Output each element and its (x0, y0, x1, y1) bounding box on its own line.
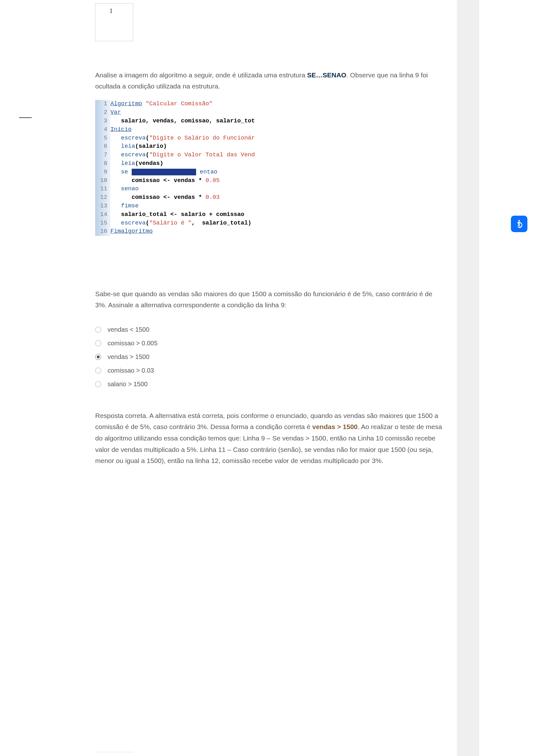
option-label: salario > 1500 (108, 381, 148, 388)
line-number: 8 (95, 159, 110, 168)
code-block: 1Algoritmo "Calcular Comissão"2Var3 sala… (95, 98, 444, 280)
option-0[interactable]: vendas < 1500 (95, 326, 444, 333)
code-line: 5 escreva("Digite o Salário do Funcionár (95, 134, 444, 143)
code-line: 16Fimalgoritmo (95, 228, 444, 236)
feedback-answer: vendas > 1500 (312, 423, 358, 430)
option-label: comissao > 0.03 (108, 367, 154, 374)
line-number: 3 (95, 117, 110, 125)
question-number: 1 (109, 7, 113, 41)
main-content: 1 Analise a imagem do algoritmo a seguir… (82, 0, 457, 756)
code-line: 2Var (95, 108, 444, 117)
sidebar-active-indicator (19, 117, 32, 118)
radio-4[interactable] (95, 381, 101, 387)
radio-1[interactable] (95, 340, 101, 346)
code-line: 13 fimse (95, 202, 444, 210)
options-group: vendas < 1500comissao > 0.005vendas > 15… (95, 326, 444, 388)
option-label: vendas < 1500 (108, 326, 150, 333)
line-number: 12 (95, 193, 110, 202)
line-number: 5 (95, 134, 110, 143)
question-intro: Analise a imagem do algoritmo a seguir, … (95, 70, 444, 92)
code-line: 7 escreva("Digite o Valor Total das Vend (95, 151, 444, 159)
option-label: comissao > 0.005 (108, 339, 157, 347)
feedback-box: Resposta correta. A alternativa está cor… (95, 410, 444, 467)
code-line: 4Inicio (95, 125, 444, 134)
option-label: vendas > 1500 (108, 353, 150, 361)
question-prompt: Sabe-se que quando as vendas são maiores… (95, 288, 444, 310)
code-line: 14 salario_total <- salario + comissao (95, 210, 444, 219)
radio-3[interactable] (95, 367, 101, 374)
right-scrollbar-area[interactable] (457, 0, 479, 756)
code-line: 12 comissao <- vendas * 0.03 (95, 193, 444, 202)
line-number: 15 (95, 219, 110, 228)
code-line: 9 se entao (95, 168, 444, 176)
line-number: 11 (95, 185, 110, 193)
sidebar (0, 0, 82, 756)
option-2[interactable]: vendas > 1500 (95, 353, 444, 361)
option-3[interactable]: comissao > 0.03 (95, 367, 444, 374)
line-number: 4 (95, 125, 110, 134)
radio-2[interactable] (95, 354, 101, 360)
line-number: 14 (95, 210, 110, 219)
line-number: 9 (95, 168, 110, 176)
question-number-box: 1 (95, 3, 133, 41)
line-number: 13 (95, 202, 110, 210)
radio-0[interactable] (95, 327, 101, 333)
code-line: 15 escreva("Salário é ", salario_total) (95, 219, 444, 228)
line-number: 10 (95, 176, 110, 185)
line-number: 6 (95, 142, 110, 151)
option-1[interactable]: comissao > 0.005 (95, 339, 444, 347)
footer-divider (95, 752, 133, 756)
keyword-se-senao: SE…SENAO (307, 71, 347, 79)
accessibility-icon (514, 219, 524, 229)
line-number: 1 (95, 100, 110, 108)
code-line: 10 comissao <- vendas * 0.05 (95, 176, 444, 185)
code-line: 1Algoritmo "Calcular Comissão" (95, 100, 444, 108)
line-number: 7 (95, 151, 110, 159)
code-line: 8 leia(vendas) (95, 159, 444, 168)
code-line: 6 leia(salario) (95, 142, 444, 151)
line-number: 16 (95, 228, 110, 236)
accessibility-button[interactable] (511, 216, 527, 232)
code-line: 11 senao (95, 185, 444, 193)
line-number: 2 (95, 108, 110, 117)
code-line: 3 salario, vendas, comissao, salario_tot (95, 117, 444, 125)
option-4[interactable]: salario > 1500 (95, 381, 444, 388)
